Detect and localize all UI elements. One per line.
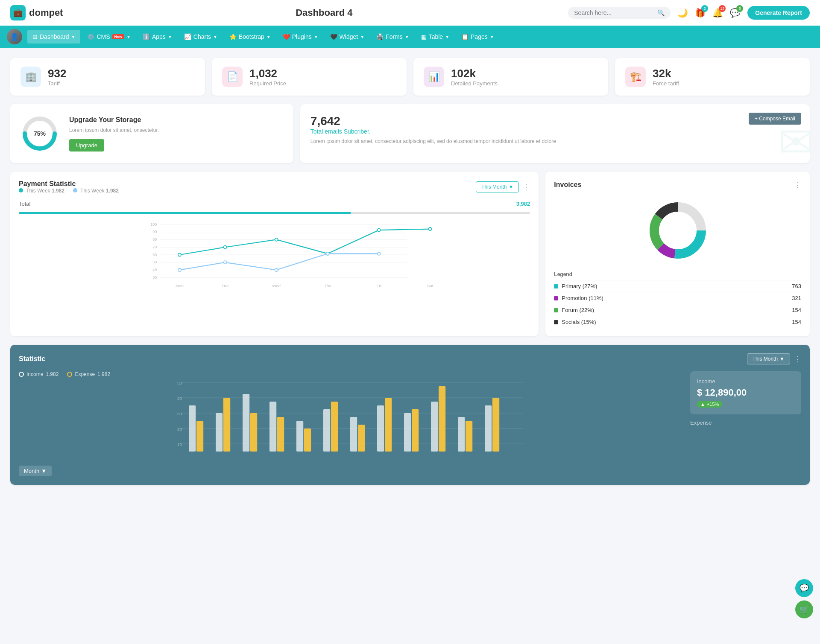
svg-text:80: 80 (152, 237, 157, 242)
sidebar-item-widget[interactable]: 🖤 Widget ▼ (325, 30, 369, 44)
promotion-label: Promotion (11%) (562, 295, 603, 301)
email-bg-icon: ✉ (778, 117, 810, 163)
socials-label: Socials (15%) (562, 319, 596, 325)
logo-icon: 💼 (10, 5, 26, 20)
svg-rect-68 (412, 409, 419, 452)
svg-text:30: 30 (177, 411, 182, 416)
nav-label-pages: Pages (471, 33, 488, 40)
stat-card-price: 📄 1,032 Required Price (212, 58, 407, 96)
nav-label-cms: CMS (97, 33, 110, 40)
forum-label: Forum (22%) (562, 307, 594, 313)
storage-desc: Lorem ipsum dolor sit amet, onsectetur. (69, 127, 159, 133)
search-box[interactable]: 🔍 (568, 7, 671, 19)
expense-section-label: Expense (690, 420, 801, 426)
chat-icon-wrapper[interactable]: 💬 5 (730, 8, 741, 18)
email-desc: Lorem ipsum dolor sit amet, consectetur … (310, 138, 800, 144)
payments-icon: 📊 (424, 67, 444, 87)
income-badge: ▲ +15% (697, 401, 722, 408)
month-tag-label: Month (24, 468, 39, 474)
svg-text:30: 30 (152, 275, 157, 280)
svg-rect-59 (296, 421, 303, 452)
payment-more-icon[interactable]: ⋮ (522, 182, 530, 192)
stat-info-tariff: 932 Tariff (48, 67, 66, 87)
sidebar-item-cms[interactable]: ⚙️ CMS New ▼ (82, 30, 136, 44)
svg-text:40: 40 (152, 268, 157, 272)
invoices-card: Invoices ⋮ Legend (545, 172, 810, 336)
sidebar-item-dashboard[interactable]: ⊞ Dashboard ▼ (27, 30, 80, 44)
svg-point-18 (178, 253, 181, 256)
statistic-month-filter-button[interactable]: This Month ▼ (747, 353, 790, 364)
svg-point-26 (275, 268, 278, 271)
statistic-bar-header: Statistic This Month ▼ ⋮ (19, 353, 801, 364)
moon-icon[interactable]: 🌙 (677, 8, 688, 18)
stat-card-force: 🏗️ 32k Force tariff (615, 58, 810, 96)
stat-info-payments: 102k Detailed Payments (451, 67, 498, 87)
invoices-header: Invoices ⋮ (554, 180, 801, 189)
legend-row-socials: Socials (15%) 154 (554, 316, 801, 328)
svg-text:90: 90 (152, 230, 157, 234)
income-section-value: $ 12,890,00 (697, 387, 794, 398)
plugins-arrow-icon: ▼ (314, 35, 318, 39)
price-value: 1,032 (249, 67, 286, 80)
gift-icon-wrapper[interactable]: 🎁 2 (695, 8, 706, 18)
income-panel: Income $ 12,890,00 ▲ +15% (690, 371, 801, 414)
svg-rect-62 (331, 402, 338, 452)
forms-icon: 🖨️ (376, 33, 384, 40)
sidebar-item-pages[interactable]: 📋 Pages ▼ (456, 30, 499, 44)
month-tag[interactable]: Month ▼ (19, 466, 52, 476)
stat-card-payments: 📊 102k Detailed Payments (413, 58, 608, 96)
invoices-donut-chart (644, 196, 712, 265)
bootstrap-arrow-icon: ▼ (266, 35, 271, 39)
expense-panel: Expense (690, 420, 801, 426)
bar-chart-right: Income $ 12,890,00 ▲ +15% Expense (690, 371, 801, 476)
bell-icon-wrapper[interactable]: 🔔 12 (712, 8, 723, 18)
svg-text:Thu: Thu (324, 283, 331, 288)
svg-text:Fri: Fri (376, 283, 381, 288)
sidebar-item-plugins[interactable]: ❤️ Plugins ▼ (278, 30, 323, 44)
row2: 75% Upgrade Your Storage Lorem ipsum dol… (10, 104, 810, 163)
promotion-color-dot (554, 296, 558, 300)
statistic-filter-arrow-icon: ▼ (779, 356, 785, 362)
sidebar-item-bootstrap[interactable]: ⭐ Bootstrap ▼ (224, 30, 276, 44)
line-chart: 100 90 80 70 60 50 40 30 (19, 221, 530, 289)
nav-label-dashboard: Dashboard (40, 33, 69, 40)
invoices-donut-container (554, 196, 801, 265)
sidebar-item-table[interactable]: ▦ Table ▼ (416, 30, 454, 44)
filter-label: This Month (481, 184, 507, 190)
pages-icon: 📋 (461, 33, 469, 40)
force-icon: 🏗️ (625, 67, 646, 87)
gift-badge: 2 (701, 5, 708, 12)
socials-value: 154 (792, 319, 801, 325)
svg-point-24 (178, 268, 181, 271)
payment-chart-title: Payment Statistic (19, 180, 119, 188)
sidebar-item-apps[interactable]: ℹ️ Apps ▼ (138, 30, 177, 44)
legend1: This Week 1.982 (19, 188, 64, 194)
statistic-more-icon[interactable]: ⋮ (794, 354, 801, 364)
nav-label-bootstrap: Bootstrap (239, 33, 264, 40)
chart-summary: Total 3,982 (19, 201, 530, 207)
sidebar-item-charts[interactable]: 📈 Charts ▼ (179, 30, 223, 44)
invoices-more-icon[interactable]: ⋮ (794, 180, 801, 189)
legend-heading: Legend (554, 271, 801, 280)
svg-point-22 (378, 229, 381, 232)
primary-label: Primary (27%) (562, 283, 597, 289)
legend-forum-left: Forum (22%) (554, 307, 594, 313)
svg-point-25 (224, 261, 227, 264)
forum-color-dot (554, 308, 558, 312)
storage-donut: 75% (20, 114, 59, 153)
svg-text:40: 40 (177, 396, 182, 401)
payments-label: Detailed Payments (451, 80, 498, 87)
svg-text:Sat: Sat (427, 283, 433, 288)
svg-rect-66 (385, 398, 392, 452)
this-month-filter-button[interactable]: This Month ▼ (476, 181, 519, 192)
svg-rect-52 (196, 421, 203, 452)
statistic-filter-label: This Month (753, 356, 778, 362)
expense-legend-item: Expense 1.982 (67, 371, 110, 377)
generate-report-button[interactable]: Generate Report (747, 6, 810, 20)
header-right: 🔍 🌙 🎁 2 🔔 12 💬 5 Generate Report (568, 6, 810, 20)
upgrade-button[interactable]: Upgrade (69, 139, 104, 152)
svg-rect-73 (485, 405, 492, 452)
search-input[interactable] (574, 9, 654, 16)
sidebar-item-forms[interactable]: 🖨️ Forms ▼ (371, 30, 414, 44)
legend-primary-left: Primary (27%) (554, 283, 597, 289)
